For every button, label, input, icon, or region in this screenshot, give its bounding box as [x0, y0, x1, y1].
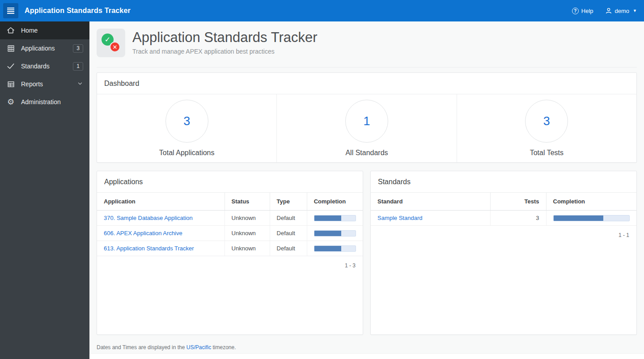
column-header-tests: Tests: [490, 193, 546, 211]
home-icon: [6, 26, 15, 35]
badge-total-tests[interactable]: 3 Total Tests: [457, 94, 636, 162]
applications-table: Application Status Type Completion 370. …: [97, 193, 363, 256]
badge-label: Total Tests: [530, 149, 564, 157]
user-menu[interactable]: demo ▼: [605, 7, 637, 14]
main-content: ✓ ✕ Application Standards Tracker Track …: [89, 21, 644, 359]
badge-circle: 3: [525, 100, 568, 143]
app-logo-icon: ✓ ✕: [97, 29, 125, 57]
table-header-row: Application Status Type Completion: [97, 193, 363, 211]
completion-progress-bar: [314, 215, 356, 221]
page-header-divider: [97, 67, 637, 68]
column-header-completion: Completion: [546, 193, 636, 211]
help-icon: ?: [572, 8, 579, 14]
table-icon: [6, 80, 15, 89]
badge-label: All Standards: [345, 149, 388, 157]
dashboard-region: Dashboard 3 Total Applications 1 All Sta…: [97, 72, 637, 163]
column-header-standard: Standard: [371, 193, 490, 211]
completion-progress-bar: [314, 245, 356, 252]
top-bar: Application Standards Tracker ? Help dem…: [0, 0, 644, 21]
page-footer-bar: [89, 353, 644, 359]
completion-progress-bar: [314, 230, 356, 237]
standards-region-title: Standards: [378, 178, 411, 186]
x-circle-icon: ✕: [110, 42, 120, 52]
badge-circle: 1: [345, 100, 388, 143]
applications-count-badge: 3: [73, 44, 83, 53]
column-header-status: Status: [225, 193, 270, 211]
table-header-row: Standard Tests Completion: [371, 193, 636, 211]
standards-region: Standards Standard Tests Completion: [370, 171, 637, 335]
timezone-text: Dates and Times are displayed in the: [97, 344, 186, 351]
badge-all-standards[interactable]: 1 All Standards: [277, 94, 457, 162]
help-link[interactable]: ? Help: [572, 8, 593, 14]
column-header-completion: Completion: [307, 193, 363, 211]
sidebar-item-reports[interactable]: Reports: [0, 75, 89, 93]
applications-region: Applications Application Status Type Com…: [97, 171, 363, 335]
sidebar-item-label: Applications: [21, 45, 55, 52]
column-header-type: Type: [270, 193, 307, 211]
help-label: Help: [581, 8, 593, 14]
badge-circle: 3: [165, 100, 208, 143]
status-cell: Unknown: [225, 211, 270, 226]
status-cell: Unknown: [225, 241, 270, 256]
sidebar-item-label: Home: [21, 27, 38, 34]
badge-value: 1: [363, 114, 370, 128]
application-link[interactable]: 370. Sample Database Application: [104, 215, 193, 221]
table-row: Sample Standard 3: [371, 211, 636, 226]
applications-pagination: 1 - 3: [97, 256, 363, 269]
dashboard-region-header: Dashboard: [97, 73, 636, 94]
applications-region-title: Applications: [104, 178, 143, 186]
user-label: demo: [615, 8, 630, 14]
type-cell: Default: [270, 241, 307, 256]
table-row: 606. APEX Application Archive Unknown De…: [97, 226, 363, 241]
standard-link[interactable]: Sample Standard: [377, 215, 422, 221]
sidebar-item-label: Reports: [21, 80, 43, 88]
applications-region-header: Applications: [97, 171, 363, 193]
app-title: Application Standards Tracker: [25, 7, 131, 15]
badge-value: 3: [183, 114, 190, 128]
page-header: ✓ ✕ Application Standards Tracker Track …: [97, 21, 637, 57]
hamburger-menu-button[interactable]: [3, 3, 18, 18]
badge-total-applications[interactable]: 3 Total Applications: [97, 94, 277, 162]
badge-value: 3: [543, 114, 550, 128]
standards-table: Standard Tests Completion Sample Standar…: [371, 193, 636, 226]
badge-label: Total Applications: [159, 149, 215, 157]
dashboard-region-title: Dashboard: [104, 80, 139, 88]
sidebar: Home Applications 3 Standards 1 Reports: [0, 21, 89, 359]
grid-icon: [6, 44, 15, 53]
table-row: 370. Sample Database Application Unknown…: [97, 211, 363, 226]
sidebar-item-label: Administration: [21, 98, 61, 106]
type-cell: Default: [270, 226, 307, 241]
column-header-application: Application: [97, 193, 225, 211]
check-icon: [6, 62, 15, 71]
gear-icon: ⚙: [6, 97, 15, 106]
timezone-footer: Dates and Times are displayed in the US/…: [97, 335, 637, 351]
application-link[interactable]: 613. Application Standards Tracker: [104, 245, 194, 252]
page-subtitle: Track and manage APEX application best p…: [132, 48, 318, 55]
standards-region-header: Standards: [371, 171, 636, 193]
tests-cell: 3: [490, 211, 546, 226]
sidebar-item-home[interactable]: Home: [0, 21, 89, 39]
person-icon: [605, 7, 612, 14]
table-row: 613. Application Standards Tracker Unkno…: [97, 241, 363, 256]
chevron-down-icon: ▼: [633, 8, 637, 13]
type-cell: Default: [270, 211, 307, 226]
sidebar-item-administration[interactable]: ⚙ Administration: [0, 93, 89, 111]
chevron-down-icon: [77, 80, 83, 88]
status-cell: Unknown: [225, 226, 270, 241]
sidebar-item-label: Standards: [21, 63, 50, 70]
completion-progress-bar: [553, 215, 630, 221]
sidebar-item-standards[interactable]: Standards 1: [0, 57, 89, 75]
application-link[interactable]: 606. APEX Application Archive: [104, 230, 182, 237]
timezone-link[interactable]: US/Pacific: [186, 344, 211, 351]
badge-list: 3 Total Applications 1 All Standards 3: [97, 94, 636, 162]
sidebar-item-applications[interactable]: Applications 3: [0, 39, 89, 57]
timezone-text: timezone.: [211, 344, 236, 351]
standards-count-badge: 1: [73, 62, 83, 71]
standards-pagination: 1 - 1: [371, 226, 636, 238]
page-title: Application Standards Tracker: [132, 30, 318, 46]
